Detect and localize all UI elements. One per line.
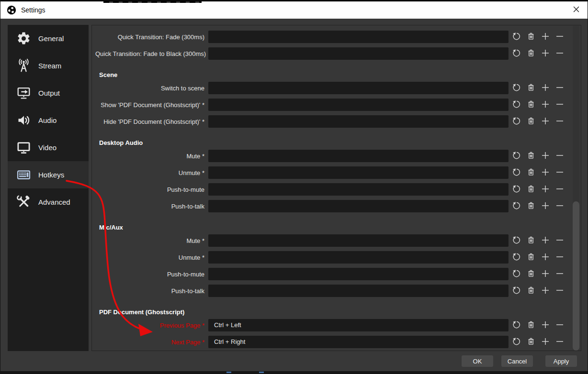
hotkey-input[interactable]	[208, 166, 509, 179]
revert-button[interactable]	[512, 202, 521, 210]
minus-button[interactable]	[555, 84, 564, 92]
trash-button[interactable]	[527, 286, 535, 295]
ok-button[interactable]: OK	[462, 355, 493, 367]
hotkey-input[interactable]	[208, 268, 509, 280]
sidebar-item-output[interactable]: Output	[8, 79, 89, 107]
minus-button[interactable]	[555, 168, 564, 177]
revert-button[interactable]	[512, 152, 521, 160]
sidebar-item-hotkeys[interactable]: Hotkeys	[8, 161, 89, 188]
hotkey-input[interactable]	[208, 47, 509, 60]
trash-icon	[527, 320, 535, 330]
plus-button[interactable]	[541, 321, 550, 330]
minus-button[interactable]	[555, 286, 564, 295]
plus-button[interactable]	[541, 49, 550, 58]
plus-button[interactable]	[541, 270, 550, 278]
window-top-border	[0, 0, 588, 1]
revert-button[interactable]	[512, 321, 521, 330]
minus-button[interactable]	[555, 338, 564, 346]
minus-button[interactable]	[555, 253, 564, 262]
hotkey-input[interactable]: Ctrl + Right	[208, 336, 509, 348]
hotkey-input[interactable]	[208, 285, 509, 297]
hotkey-input[interactable]: Ctrl + Left	[208, 319, 509, 331]
plus-button[interactable]	[541, 33, 550, 41]
hotkey-label: Switch to scene	[95, 85, 208, 92]
revert-button[interactable]	[512, 270, 521, 278]
close-button[interactable]	[567, 1, 585, 19]
trash-button[interactable]	[527, 236, 535, 245]
plus-button[interactable]	[541, 117, 550, 126]
plus-button[interactable]	[541, 152, 550, 160]
hotkey-label: Push-to-talk	[95, 287, 208, 295]
revert-button[interactable]	[512, 100, 521, 109]
trash-button[interactable]	[527, 168, 535, 177]
plus-button[interactable]	[541, 168, 550, 177]
sidebar-item-advanced[interactable]: Advanced	[8, 188, 89, 216]
revert-button[interactable]	[512, 49, 521, 58]
sidebar-item-audio[interactable]: Audio	[8, 107, 89, 134]
revert-button[interactable]	[512, 84, 521, 92]
hotkey-input[interactable]	[208, 234, 509, 247]
hotkey-row: Mute *	[95, 234, 581, 247]
trash-icon	[527, 100, 535, 110]
scrollbar[interactable]	[573, 26, 579, 350]
revert-button[interactable]	[512, 33, 521, 41]
plus-button[interactable]	[541, 253, 550, 262]
plus-button[interactable]	[541, 236, 550, 245]
minus-button[interactable]	[555, 321, 564, 330]
trash-button[interactable]	[527, 321, 535, 330]
hotkeys-panel-content: Quick Transition: Fade (300ms)Quick Tran…	[92, 25, 581, 348]
minus-button[interactable]	[555, 117, 564, 126]
trash-button[interactable]	[527, 33, 535, 41]
sidebar-item-general[interactable]: General	[8, 25, 89, 52]
minus-button[interactable]	[555, 236, 564, 245]
minus-icon	[555, 83, 564, 93]
minus-button[interactable]	[555, 152, 564, 160]
sidebar-item-video[interactable]: Video	[8, 134, 89, 161]
plus-button[interactable]	[541, 100, 550, 109]
hotkey-input[interactable]	[208, 251, 509, 264]
hotkey-input[interactable]	[208, 200, 509, 212]
sidebar-item-stream[interactable]: Stream	[8, 52, 89, 79]
trash-icon	[527, 236, 535, 246]
minus-button[interactable]	[555, 185, 564, 194]
trash-button[interactable]	[527, 185, 535, 194]
trash-button[interactable]	[527, 84, 535, 92]
trash-button[interactable]	[527, 117, 535, 126]
trash-button[interactable]	[527, 338, 535, 346]
minus-button[interactable]	[555, 33, 564, 41]
trash-button[interactable]	[527, 270, 535, 278]
trash-button[interactable]	[527, 100, 535, 109]
revert-button[interactable]	[512, 168, 521, 177]
apply-button[interactable]: Apply	[545, 355, 577, 367]
hotkey-input[interactable]	[208, 99, 509, 111]
cancel-button[interactable]: Cancel	[501, 355, 533, 367]
minus-button[interactable]	[555, 202, 564, 210]
plus-button[interactable]	[541, 202, 550, 210]
revert-button[interactable]	[512, 185, 521, 194]
plus-button[interactable]	[541, 185, 550, 194]
revert-button[interactable]	[512, 236, 521, 245]
trash-icon	[527, 253, 535, 263]
hotkey-input[interactable]	[208, 82, 509, 94]
plus-button[interactable]	[541, 84, 550, 92]
hotkey-input[interactable]	[208, 31, 509, 43]
revert-button[interactable]	[512, 286, 521, 295]
trash-button[interactable]	[527, 202, 535, 210]
minus-button[interactable]	[555, 270, 564, 278]
hotkey-input[interactable]	[208, 183, 509, 196]
minus-icon	[555, 117, 564, 127]
plus-button[interactable]	[541, 286, 550, 295]
hotkey-input[interactable]	[208, 150, 509, 162]
hotkey-input[interactable]	[208, 115, 509, 128]
revert-button[interactable]	[512, 253, 521, 262]
trash-button[interactable]	[527, 152, 535, 160]
trash-button[interactable]	[527, 49, 535, 58]
revert-button[interactable]	[512, 338, 521, 346]
minus-button[interactable]	[555, 100, 564, 109]
revert-button[interactable]	[512, 117, 521, 126]
scrollbar-thumb[interactable]	[573, 201, 579, 351]
background-window-artifact	[103, 1, 202, 3]
trash-button[interactable]	[527, 253, 535, 262]
plus-button[interactable]	[541, 338, 550, 346]
minus-button[interactable]	[555, 49, 564, 58]
